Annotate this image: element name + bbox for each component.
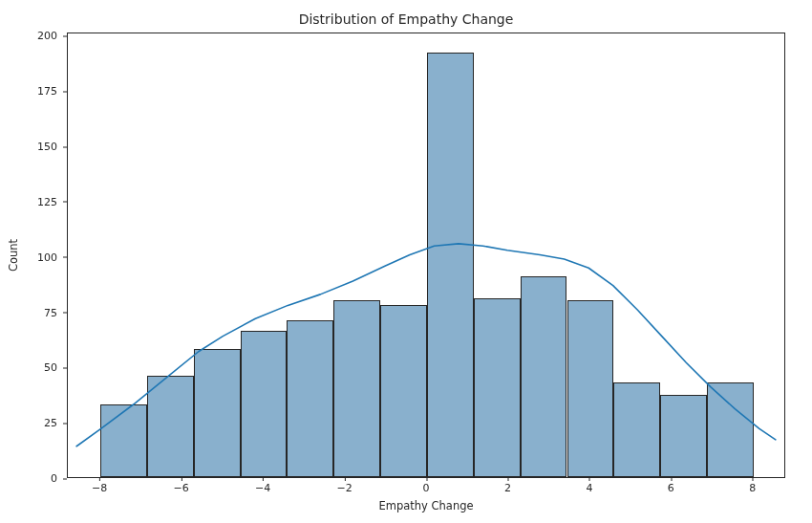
x-tick-label: −4 <box>255 482 270 494</box>
x-tick-label: 2 <box>504 482 511 494</box>
figure: Distribution of Empathy Change Count 025… <box>0 0 812 523</box>
x-tick-label: 6 <box>668 482 674 494</box>
kde-line <box>76 244 776 447</box>
x-tick-label: −6 <box>174 482 189 494</box>
y-tick-label: 125 <box>37 195 57 207</box>
y-tick: 125 <box>37 195 57 207</box>
y-tick: 0 <box>51 472 57 485</box>
y-tick-label: 50 <box>44 361 57 374</box>
x-tick: −4 <box>255 482 270 494</box>
x-tick-label: 0 <box>423 482 430 494</box>
kde-line-layer <box>68 33 784 477</box>
y-tick-label: 150 <box>37 141 57 153</box>
y-tick: 25 <box>44 417 57 429</box>
y-tick: 150 <box>37 141 57 153</box>
y-tick-label: 175 <box>37 85 57 98</box>
x-axis-label: Empathy Change <box>67 499 785 512</box>
x-tick: −6 <box>174 482 189 494</box>
x-tick: −8 <box>92 482 107 494</box>
y-tick-label: 25 <box>44 417 57 429</box>
x-tick-label: −2 <box>336 482 352 494</box>
plot-area <box>67 33 785 478</box>
x-tick: 8 <box>749 482 756 494</box>
x-tick: 0 <box>423 482 430 494</box>
y-tick: 175 <box>37 85 57 98</box>
x-tick-label: −8 <box>92 482 107 494</box>
x-axis: −8−6−4−202468 Empathy Change <box>67 478 785 507</box>
y-tick: 75 <box>44 306 57 318</box>
x-tick: 2 <box>504 482 511 494</box>
y-tick-label: 0 <box>51 472 57 485</box>
x-tick: 6 <box>668 482 674 494</box>
chart-title: Distribution of Empathy Change <box>0 11 812 27</box>
y-axis: Count 0255075100125150175200 <box>0 33 67 478</box>
y-tick-label: 200 <box>37 30 57 42</box>
y-axis-label: Count <box>7 239 20 272</box>
x-tick-label: 8 <box>749 482 756 494</box>
x-tick: −2 <box>336 482 352 494</box>
x-tick: 4 <box>586 482 592 494</box>
y-tick-label: 100 <box>37 251 57 263</box>
x-tick-label: 4 <box>586 482 592 494</box>
y-tick-label: 75 <box>44 306 57 318</box>
y-tick: 50 <box>44 361 57 374</box>
y-tick: 100 <box>37 251 57 263</box>
y-tick: 200 <box>37 30 57 42</box>
